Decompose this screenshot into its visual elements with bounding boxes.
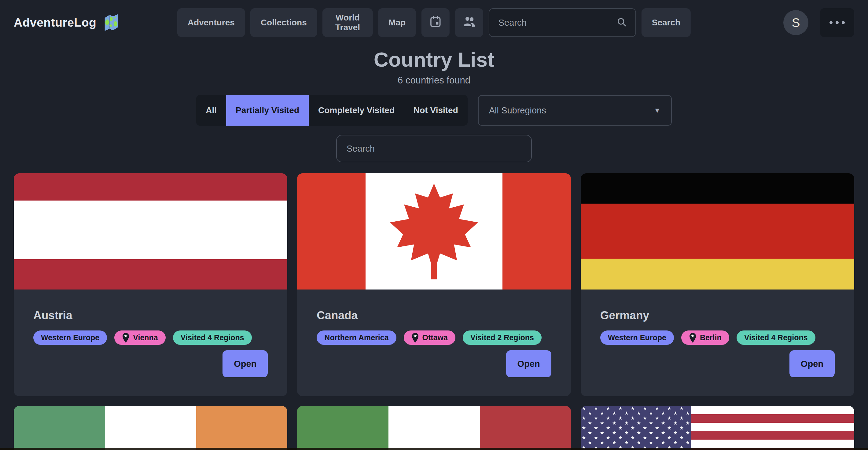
nav-link-collections[interactable]: Collections: [250, 8, 317, 37]
visited-regions-badge: Visited 4 Regions: [173, 330, 252, 345]
users-button[interactable]: [455, 8, 483, 37]
avatar[interactable]: S: [783, 10, 808, 35]
card-body: CanadaNorthern America OttawaVisited 2 R…: [297, 290, 570, 396]
ellipsis-icon: [830, 21, 833, 24]
badges: Northern America OttawaVisited 2 Regions: [317, 330, 551, 345]
navbar-search: [489, 8, 636, 37]
calendar-icon: [429, 15, 442, 30]
open-button[interactable]: Open: [789, 350, 835, 377]
map-logo-icon: [102, 12, 121, 33]
country-card: [581, 406, 854, 450]
tab-all[interactable]: All: [196, 95, 226, 126]
tab-partially-visited[interactable]: Partially Visited: [226, 95, 309, 126]
users-icon: [462, 15, 476, 31]
subregion-select[interactable]: All Subregions ▼: [478, 95, 672, 126]
region-badge: Northern America: [317, 330, 396, 345]
filter-row: AllPartially VisitedCompletely VisitedNo…: [0, 95, 868, 126]
open-button[interactable]: Open: [506, 350, 551, 377]
navbar-search-input[interactable]: [498, 18, 612, 28]
visited-regions-badge: Visited 4 Regions: [737, 330, 815, 345]
country-card: AustriaWestern Europe ViennaVisited 4 Re…: [14, 173, 287, 396]
country-card: GermanyWestern Europe BerlinVisited 4 Re…: [581, 173, 854, 396]
overflow-menu-button[interactable]: [820, 8, 854, 37]
country-name: Germany: [600, 309, 835, 322]
country-card: [297, 406, 570, 450]
capital-badge: Vienna: [114, 330, 166, 345]
flag-italy: [297, 406, 570, 450]
region-badge: Western Europe: [600, 330, 674, 345]
search-icon: [617, 17, 627, 28]
search-row: [0, 135, 868, 162]
maple-leaf-icon: [384, 182, 484, 281]
country-grid: AustriaWestern Europe ViennaVisited 4 Re…: [0, 173, 868, 450]
country-card: [14, 406, 287, 450]
capital-badge: Ottawa: [404, 330, 455, 345]
usa-stripes: [691, 406, 854, 450]
flag-usa: [581, 406, 854, 450]
brand-name[interactable]: AdventureLog: [14, 16, 96, 29]
usa-canton: [581, 406, 692, 450]
badges: Western Europe ViennaVisited 4 Regions: [33, 330, 268, 345]
search-button[interactable]: Search: [642, 8, 691, 37]
country-name: Canada: [317, 309, 551, 322]
location-pin-icon: [122, 333, 130, 343]
nav-link-world-travel[interactable]: World Travel: [322, 8, 373, 37]
chevron-down-icon: ▼: [654, 107, 661, 115]
flag-austria: [14, 173, 287, 290]
results-count: 6 countries found: [0, 75, 868, 86]
page-title: Country List: [0, 48, 868, 71]
flag-germany: [581, 173, 854, 290]
country-card: CanadaNorthern America OttawaVisited 2 R…: [297, 173, 570, 396]
nav-right: S: [783, 8, 854, 37]
card-body: GermanyWestern Europe BerlinVisited 4 Re…: [581, 290, 854, 396]
country-search-input[interactable]: [336, 135, 532, 162]
brand[interactable]: AdventureLog: [14, 12, 121, 33]
location-pin-icon: [689, 333, 696, 343]
nav-link-adventures[interactable]: Adventures: [177, 8, 245, 37]
visited-filter-tabs: AllPartially VisitedCompletely VisitedNo…: [196, 95, 468, 126]
country-name: Austria: [33, 309, 268, 322]
region-badge: Western Europe: [33, 330, 107, 345]
nav-center: AdventuresCollectionsWorld TravelMap: [177, 8, 691, 37]
tab-not-visited[interactable]: Not Visited: [404, 95, 468, 126]
flag-canada: [297, 173, 570, 290]
navbar: AdventureLog AdventuresCollectionsWorld …: [0, 0, 868, 45]
capital-badge: Berlin: [681, 330, 729, 345]
visited-regions-badge: Visited 2 Regions: [463, 330, 541, 345]
badges: Western Europe BerlinVisited 4 Regions: [600, 330, 835, 345]
nav-links: AdventuresCollectionsWorld TravelMap: [177, 8, 416, 37]
location-pin-icon: [411, 333, 419, 343]
bottom-edge-strip: [0, 448, 868, 450]
open-button[interactable]: Open: [222, 350, 268, 377]
card-body: AustriaWestern Europe ViennaVisited 4 Re…: [14, 290, 287, 396]
tab-completely-visited[interactable]: Completely Visited: [309, 95, 404, 126]
calendar-button[interactable]: [422, 8, 450, 37]
nav-link-map[interactable]: Map: [378, 8, 416, 37]
flag-ireland: [14, 406, 287, 450]
subregion-select-value: All Subregions: [489, 106, 546, 116]
